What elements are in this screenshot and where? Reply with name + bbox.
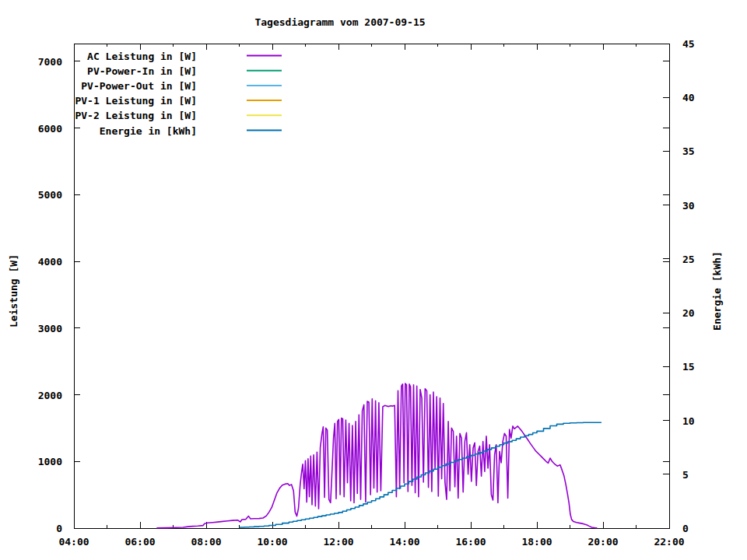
y2-tick-label: 15 — [682, 361, 695, 373]
legend-item: AC Leistung in [W] — [78, 48, 197, 63]
legend-label: Energie in [kWh] — [100, 124, 197, 136]
series-0 — [156, 383, 597, 528]
y-tick-label: 3000 — [16, 322, 62, 334]
legend-label: PV-Power-Out in [W] — [81, 79, 197, 91]
legend-label: PV-1 Leistung in [W] — [75, 95, 197, 107]
y2-tick-label: 20 — [682, 307, 695, 319]
chart-canvas: Tagesdiagramm vom 2007-09-15 Leistung [W… — [0, 0, 747, 560]
y2-axis-label: Energie [kWh] — [711, 251, 723, 331]
legend-label: PV-2 Leistung in [W] — [75, 110, 197, 121]
x-tick-label: 06:00 — [124, 536, 155, 548]
y-tick-label: 2000 — [16, 389, 62, 401]
y2-tick-label: 10 — [682, 415, 695, 426]
y-tick-label: 7000 — [16, 55, 62, 67]
legend-label: AC Leistung in [W] — [87, 50, 197, 61]
y-tick-label: 5000 — [16, 189, 62, 201]
y2-tick-label: 35 — [682, 145, 695, 157]
x-tick-label: 16:00 — [455, 536, 486, 548]
legend-item: PV-2 Leistung in [W] — [78, 108, 197, 123]
data-series — [156, 383, 601, 528]
x-tick-label: 22:00 — [654, 536, 684, 548]
x-tick-label: 12:00 — [323, 536, 353, 548]
x-tick-label: 14:00 — [389, 536, 419, 548]
legend-item: Energie in [kWh] — [78, 123, 197, 138]
legend-label: PV-Power-In in [W] — [87, 65, 197, 76]
legend-item: PV-1 Leistung in [W] — [78, 93, 197, 108]
legend-item: PV-Power-In in [W] — [78, 63, 197, 78]
y2-tick-label: 40 — [682, 92, 695, 103]
y2-tick-label: 0 — [682, 523, 689, 534]
legend-line-swatches — [247, 56, 282, 131]
y-tick-label: 1000 — [16, 456, 62, 467]
x-tick-label: 10:00 — [257, 536, 287, 548]
y2-tick-label: 30 — [682, 199, 695, 211]
legend-item: PV-Power-Out in [W] — [78, 78, 197, 93]
x-tick-label: 04:00 — [58, 536, 89, 548]
series-5 — [240, 422, 601, 527]
y-tick-label: 6000 — [16, 122, 62, 134]
x-tick-label: 18:00 — [521, 536, 552, 548]
y-tick-label: 4000 — [16, 256, 62, 268]
y2-tick-label: 25 — [682, 253, 695, 264]
x-tick-label: 08:00 — [191, 536, 221, 548]
y-tick-label: 0 — [16, 523, 62, 534]
y2-tick-label: 5 — [682, 468, 689, 480]
y2-tick-label: 45 — [682, 38, 695, 50]
x-tick-label: 20:00 — [587, 536, 618, 548]
chart-title: Tagesdiagramm vom 2007-09-15 — [254, 16, 425, 28]
